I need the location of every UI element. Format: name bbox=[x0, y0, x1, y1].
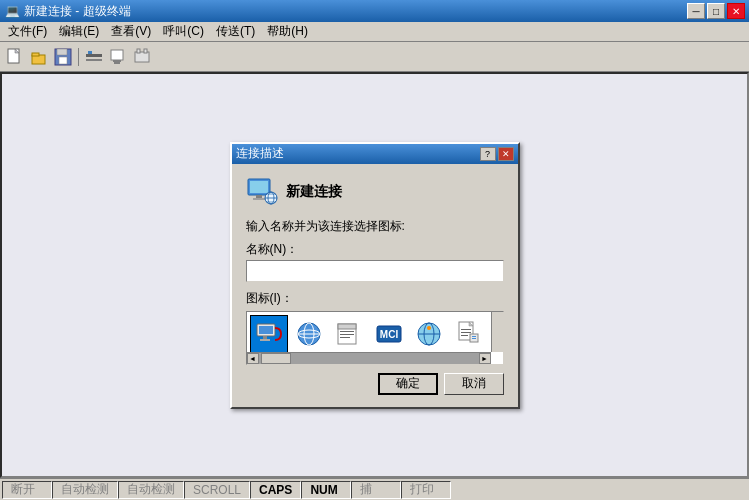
svg-rect-48 bbox=[461, 335, 468, 336]
svg-rect-7 bbox=[86, 54, 102, 57]
status-num: NUM bbox=[301, 481, 351, 499]
menu-file[interactable]: 文件(F) bbox=[2, 21, 53, 42]
window-controls: ─ □ ✕ bbox=[687, 3, 745, 19]
svg-rect-8 bbox=[86, 59, 102, 61]
scroll-thumb[interactable] bbox=[261, 353, 291, 364]
icon-item-3[interactable] bbox=[331, 316, 367, 352]
svg-rect-15 bbox=[144, 49, 147, 53]
dialog-body: 新建连接 输入名称并为该连接选择图标: 名称(N)： 图标(I)： bbox=[232, 164, 518, 407]
title-bar: 💻 新建连接 - 超级终端 ─ □ ✕ bbox=[0, 0, 749, 22]
svg-rect-51 bbox=[472, 338, 476, 339]
svg-rect-27 bbox=[263, 336, 267, 339]
svg-rect-10 bbox=[111, 50, 123, 60]
ok-button[interactable]: 确定 bbox=[378, 373, 438, 395]
svg-rect-50 bbox=[472, 336, 476, 337]
toolbar-new[interactable] bbox=[4, 46, 26, 68]
scroll-left-btn[interactable]: ◄ bbox=[247, 353, 259, 364]
dialog-title-bar: 连接描述 ? ✕ bbox=[232, 144, 518, 164]
status-capture: 捕 bbox=[351, 481, 401, 499]
dialog-close-button[interactable]: ✕ bbox=[498, 147, 514, 161]
close-button[interactable]: ✕ bbox=[727, 3, 745, 19]
svg-rect-11 bbox=[113, 60, 121, 62]
status-print: 打印 bbox=[401, 481, 451, 499]
dialog-overlay: 连接描述 ? ✕ bbox=[0, 72, 749, 478]
svg-rect-26 bbox=[259, 326, 273, 334]
svg-rect-9 bbox=[88, 51, 92, 54]
status-auto2: 自动检测 bbox=[118, 481, 184, 499]
toolbar-btn6[interactable] bbox=[131, 46, 153, 68]
scroll-right-btn[interactable]: ► bbox=[479, 353, 491, 364]
menu-help[interactable]: 帮助(H) bbox=[261, 21, 314, 42]
icon-item-1[interactable] bbox=[251, 316, 287, 352]
maximize-button[interactable]: □ bbox=[707, 3, 725, 19]
menu-edit[interactable]: 编辑(E) bbox=[53, 21, 105, 42]
icon-label: 图标(I)： bbox=[246, 290, 504, 307]
dialog-title: 连接描述 bbox=[236, 145, 284, 162]
icons-row: MCI bbox=[247, 312, 503, 356]
svg-rect-17 bbox=[250, 181, 268, 193]
svg-rect-28 bbox=[260, 339, 270, 341]
icons-container: MCI bbox=[246, 311, 504, 365]
window-title: 新建连接 - 超级终端 bbox=[24, 3, 131, 20]
icon-item-5[interactable] bbox=[411, 316, 447, 352]
title-bar-left: 💻 新建连接 - 超级终端 bbox=[4, 3, 131, 20]
svg-rect-12 bbox=[114, 62, 120, 64]
status-scroll: SCROLL bbox=[184, 481, 250, 499]
dialog-header: 新建连接 bbox=[246, 176, 504, 208]
svg-point-43 bbox=[427, 326, 431, 330]
toolbar bbox=[0, 42, 749, 72]
svg-rect-6 bbox=[59, 57, 67, 64]
toolbar-open[interactable] bbox=[28, 46, 50, 68]
svg-text:MCI: MCI bbox=[379, 329, 398, 340]
icons-vscrollbar[interactable] bbox=[491, 312, 503, 352]
icon-item-2[interactable] bbox=[291, 316, 327, 352]
svg-rect-3 bbox=[32, 53, 39, 56]
status-auto1: 自动检测 bbox=[52, 481, 118, 499]
svg-rect-35 bbox=[340, 331, 354, 332]
svg-rect-47 bbox=[461, 332, 471, 333]
cancel-button[interactable]: 取消 bbox=[444, 373, 504, 395]
svg-rect-19 bbox=[253, 198, 265, 200]
dialog-header-title: 新建连接 bbox=[286, 183, 342, 201]
dialog-instruction: 输入名称并为该连接选择图标: bbox=[246, 218, 504, 235]
name-input[interactable] bbox=[246, 260, 504, 282]
connection-icon bbox=[246, 176, 278, 208]
svg-rect-37 bbox=[340, 337, 350, 338]
main-area: 连接描述 ? ✕ bbox=[0, 72, 749, 478]
toolbar-sep1 bbox=[78, 48, 79, 66]
svg-rect-5 bbox=[57, 49, 67, 55]
name-label: 名称(N)： bbox=[246, 241, 504, 258]
connection-dialog: 连接描述 ? ✕ bbox=[230, 142, 520, 409]
dialog-title-buttons: ? ✕ bbox=[480, 147, 514, 161]
status-disconnect: 断开 bbox=[2, 481, 52, 499]
icon-item-4[interactable]: MCI bbox=[371, 316, 407, 352]
menu-bar: 文件(F) 编辑(E) 查看(V) 呼叫(C) 传送(T) 帮助(H) bbox=[0, 22, 749, 42]
svg-rect-34 bbox=[338, 324, 356, 329]
app-icon: 💻 bbox=[4, 3, 20, 19]
minimize-button[interactable]: ─ bbox=[687, 3, 705, 19]
scroll-track[interactable] bbox=[259, 353, 479, 364]
toolbar-save[interactable] bbox=[52, 46, 74, 68]
dialog-buttons: 确定 取消 bbox=[246, 373, 504, 395]
svg-rect-36 bbox=[340, 334, 354, 335]
menu-call[interactable]: 呼叫(C) bbox=[157, 21, 210, 42]
status-caps: CAPS bbox=[250, 481, 301, 499]
icons-hscrollbar[interactable]: ◄ ► bbox=[247, 352, 491, 364]
toolbar-btn5[interactable] bbox=[107, 46, 129, 68]
svg-rect-18 bbox=[256, 195, 262, 198]
toolbar-btn4[interactable] bbox=[83, 46, 105, 68]
status-bar: 断开 自动检测 自动检测 SCROLL CAPS NUM 捕 打印 bbox=[0, 478, 749, 500]
menu-transfer[interactable]: 传送(T) bbox=[210, 21, 261, 42]
dialog-help-button[interactable]: ? bbox=[480, 147, 496, 161]
icon-item-6[interactable] bbox=[451, 316, 487, 352]
svg-rect-46 bbox=[461, 329, 471, 330]
svg-rect-14 bbox=[137, 49, 140, 53]
menu-view[interactable]: 查看(V) bbox=[105, 21, 157, 42]
